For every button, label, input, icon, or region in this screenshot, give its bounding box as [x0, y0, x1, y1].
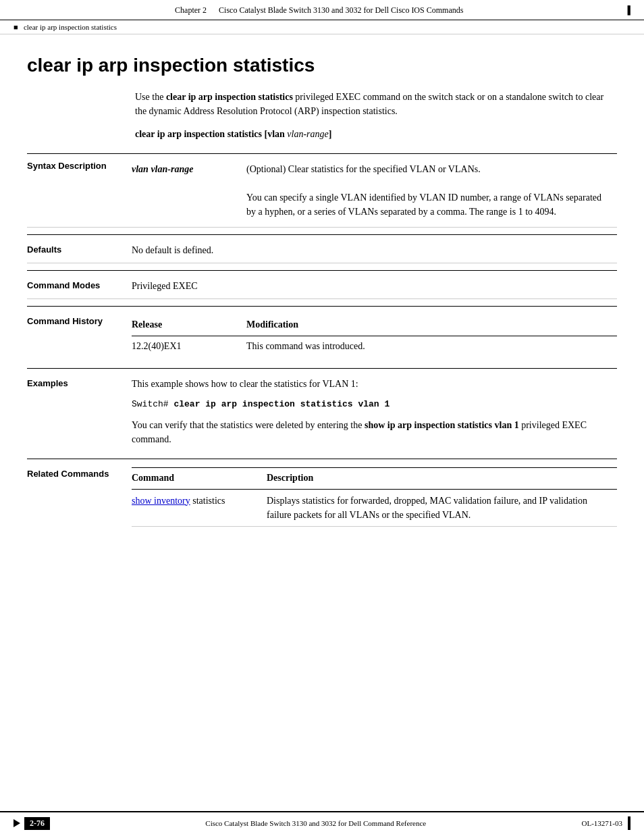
intro-before-bold: Use the — [135, 92, 166, 102]
main-content: clear ip arp inspection statistics Use t… — [0, 34, 644, 586]
examples-verify: You can verify that the statistics were … — [132, 418, 617, 446]
related-commands-row: Related Commands Command Description sho… — [27, 459, 617, 532]
examples-row: Examples This example shows how to clear… — [27, 368, 617, 452]
related-commands-data-row: show inventory statistics Displays stati… — [132, 489, 617, 526]
syntax-bracket-close: ] — [329, 129, 332, 139]
syntax-vlan-italic: vlan-range — [285, 129, 329, 139]
header-right: ▐ — [624, 5, 630, 16]
related-cmd-link[interactable]: show inventory — [132, 496, 190, 506]
syntax-desc1: (Optional) Clear statistics for the spec… — [246, 159, 617, 221]
page-header: Chapter 2 Cisco Catalyst Blade Switch 31… — [0, 0, 644, 20]
syntax-line: clear ip arp inspection statistics [vlan… — [135, 129, 617, 140]
examples-content: This example shows how to clear the stat… — [132, 377, 617, 446]
command-modes-row: Command Modes Privileged EXEC — [27, 270, 617, 299]
footer-center-text: Cisco Catalyst Blade Switch 3130 and 303… — [50, 819, 582, 827]
syntax-table-row: vlan vlan-range (Optional) Clear statist… — [132, 159, 617, 221]
examples-code-prefix: Switch# — [132, 399, 173, 409]
command-history-label: Command History — [27, 315, 132, 356]
page-title: clear ip arp inspection statistics — [27, 55, 617, 76]
syntax-vlan-range: vlan-range — [151, 164, 193, 174]
syntax-description-content: vlan vlan-range (Optional) Clear statist… — [132, 159, 617, 221]
sub-header-breadcrumb: ■ clear ip arp inspection statistics — [0, 20, 644, 34]
syntax-bracket-open: [ — [262, 129, 267, 139]
chapter-label: Chapter 2 — [175, 5, 207, 15]
cmd-history-release-header: Release — [132, 315, 246, 336]
intro-bold-command: clear ip arp inspection statistics — [166, 92, 293, 102]
header-title: Cisco Catalyst Blade Switch 3130 and 303… — [219, 5, 463, 15]
header-chapter: Chapter 2 Cisco Catalyst Blade Switch 31… — [175, 5, 463, 16]
syntax-desc1-text: (Optional) Clear statistics for the spec… — [246, 164, 481, 174]
command-history-row: Command History Release Modification 12.… — [27, 306, 617, 361]
syntax-table: vlan vlan-range (Optional) Clear statist… — [132, 159, 617, 221]
related-cmd-rest: statistics — [190, 496, 225, 506]
defaults-content: No default is defined. — [132, 243, 617, 257]
command-modes-label: Command Modes — [27, 279, 132, 293]
examples-verify-bold: show ip arp inspection statistics vlan 1 — [365, 420, 519, 430]
examples-intro: This example shows how to clear the stat… — [132, 377, 617, 391]
footer-arrow-icon — [14, 819, 20, 827]
related-commands-content: Command Description show inventory stati… — [132, 467, 617, 527]
cmd-modification-cell: This command was introduced. — [246, 336, 617, 357]
footer-right-text: OL-13271-03 — [582, 819, 623, 827]
syntax-vlan-bold: vlan — [267, 129, 285, 139]
breadcrumb-text: clear ip arp inspection statistics — [24, 23, 117, 31]
defaults-row: Defaults No default is defined. — [27, 234, 617, 263]
cmd-history-modification-header: Modification — [246, 315, 617, 336]
related-cmd-header: Command — [132, 467, 267, 489]
cmd-release-cell: 12.2(40)EX1 — [132, 336, 246, 357]
related-desc-cell: Displays statistics for forwarded, dropp… — [267, 489, 617, 526]
intro-paragraph: Use the clear ip arp inspection statisti… — [135, 90, 617, 118]
footer-page-number: 2-76 — [24, 817, 50, 830]
examples-code-line: Switch# clear ip arp inspection statisti… — [132, 396, 617, 411]
syntax-desc2-text: You can specify a single VLAN identified… — [246, 192, 601, 217]
syntax-description-row: Syntax Description vlan vlan-range (Opti… — [27, 154, 617, 228]
syntax-command-bold: clear ip arp inspection statistics — [135, 129, 262, 139]
related-desc-header: Description — [267, 467, 617, 489]
syntax-term: vlan vlan-range — [132, 159, 246, 221]
examples-code-command: clear ip arp inspection statistics vlan … — [173, 399, 390, 409]
command-modes-content: Privileged EXEC — [132, 279, 617, 293]
related-cmd-cell: show inventory statistics — [132, 489, 267, 526]
related-commands-label: Related Commands — [27, 467, 132, 527]
related-commands-table: Command Description show inventory stati… — [132, 467, 617, 527]
related-commands-header-row: Command Description — [132, 467, 617, 489]
breadcrumb-icon: ■ — [14, 23, 18, 31]
command-history-table: Release Modification 12.2(40)EX1 This co… — [132, 315, 617, 356]
footer-right-border — [628, 816, 630, 830]
cmd-history-data-row: 12.2(40)EX1 This command was introduced. — [132, 336, 617, 357]
page-footer: 2-76 Cisco Catalyst Blade Switch 3130 an… — [0, 811, 644, 834]
syntax-vlan-term: vlan — [132, 164, 149, 174]
cmd-history-header-row: Release Modification — [132, 315, 617, 336]
defaults-label: Defaults — [27, 243, 132, 257]
examples-label: Examples — [27, 377, 132, 446]
examples-verify-before: You can verify that the statistics were … — [132, 420, 365, 430]
syntax-description-label: Syntax Description — [27, 159, 132, 221]
command-history-content: Release Modification 12.2(40)EX1 This co… — [132, 315, 617, 356]
